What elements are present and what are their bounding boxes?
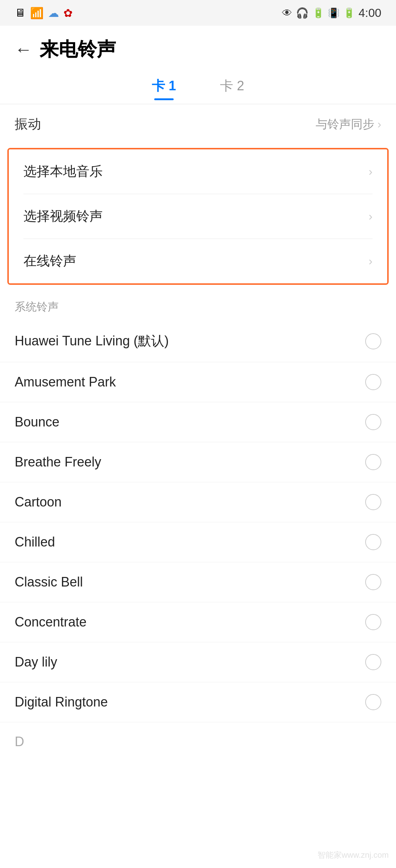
status-bar-left-icons: 🖥 📶 ☁ ✿ [15,7,73,19]
page-title: 来电铃声 [40,37,116,62]
ringtone-name: Concentrate [15,614,87,630]
radio-button[interactable] [365,333,381,349]
ringtone-name: Amusement Park [15,374,116,390]
sim-icon: 🖥 [15,7,26,19]
menu-item-label-online-ringtone: 在线铃声 [23,252,76,270]
list-item[interactable]: Day lily [0,642,396,682]
menu-item-local-music[interactable]: 选择本地音乐 › [9,149,387,194]
radio-button[interactable] [365,694,381,710]
list-item[interactable]: Chilled [0,522,396,562]
menu-item-video-ringtone[interactable]: 选择视频铃声 › [9,194,387,239]
ringtone-name: Huawei Tune Living (默认) [15,332,169,350]
list-item[interactable]: Classic Bell [0,562,396,602]
cloud-icon: ☁ [48,7,59,19]
list-item[interactable]: Concentrate [0,602,396,642]
vibration-label: 振动 [15,115,41,133]
battery-full-icon: 🔋 [343,7,355,19]
ringtone-name: Digital Ringtone [15,694,108,710]
section-header-text: 系统铃声 [15,301,59,313]
menu-item-label-video-ringtone: 选择视频铃声 [23,207,103,225]
ringtone-name: D [15,734,24,749]
radio-button[interactable] [365,654,381,670]
tab-card2[interactable]: 卡 2 [220,77,244,100]
highlighted-menu-section: 选择本地音乐 › 选择视频铃声 › 在线铃声 › [7,148,389,285]
list-item[interactable]: D [0,722,396,753]
vibration-row[interactable]: 振动 与铃声同步 › [0,104,396,144]
status-bar: 🖥 📶 ☁ ✿ 👁 🎧 🔋 📳 🔋 4:00 [0,0,396,26]
wifi-icon: 📶 [30,7,44,19]
menu-item-online-ringtone[interactable]: 在线铃声 › [9,239,387,283]
ringtone-name: Chilled [15,534,55,550]
vibration-value: 与铃声同步 › [316,116,381,132]
huawei-icon: ✿ [63,7,73,19]
ringtone-name: Bounce [15,414,59,430]
ringtone-list: Huawei Tune Living (默认) Amusement Park B… [0,320,396,753]
ringtone-name: Day lily [15,654,57,670]
list-item[interactable]: Digital Ringtone [0,682,396,722]
menu-item-label-local-music: 选择本地音乐 [23,163,103,181]
radio-button[interactable] [365,414,381,430]
radio-button[interactable] [365,574,381,590]
ringtone-name: Classic Bell [15,574,83,590]
back-button[interactable]: ← [15,41,32,58]
radio-button[interactable] [365,374,381,390]
tab-card1[interactable]: 卡 1 [152,77,176,100]
list-item[interactable]: Huawei Tune Living (默认) [0,320,396,362]
radio-button[interactable] [365,494,381,510]
tab-bar: 卡 1 卡 2 [0,70,396,100]
ringtone-name: Breathe Freely [15,454,101,470]
chevron-video-ringtone: › [368,210,373,223]
list-item[interactable]: Amusement Park [0,362,396,402]
headphone-icon: 🎧 [296,7,309,19]
ringtone-name: Cartoon [15,494,62,510]
list-item[interactable]: Bounce [0,402,396,442]
vibrate-icon: 📳 [328,7,340,19]
list-item[interactable]: Cartoon [0,482,396,522]
system-ringtones-section-header: 系统铃声 [0,288,396,320]
chevron-local-music: › [368,165,373,178]
status-bar-right-icons: 👁 🎧 🔋 📳 🔋 4:00 [282,6,381,20]
status-time: 4:00 [359,6,381,20]
radio-button[interactable] [365,454,381,470]
battery-icon: 🔋 [312,7,324,19]
radio-button[interactable] [365,614,381,630]
radio-button[interactable] [365,534,381,550]
vibration-chevron: › [377,117,381,131]
list-item[interactable]: Breathe Freely [0,442,396,482]
watermark: 智能家www.znj.com [318,850,389,861]
chevron-online-ringtone: › [368,254,373,268]
eye-icon: 👁 [282,7,292,19]
page-header: ← 来电铃声 [0,26,396,70]
